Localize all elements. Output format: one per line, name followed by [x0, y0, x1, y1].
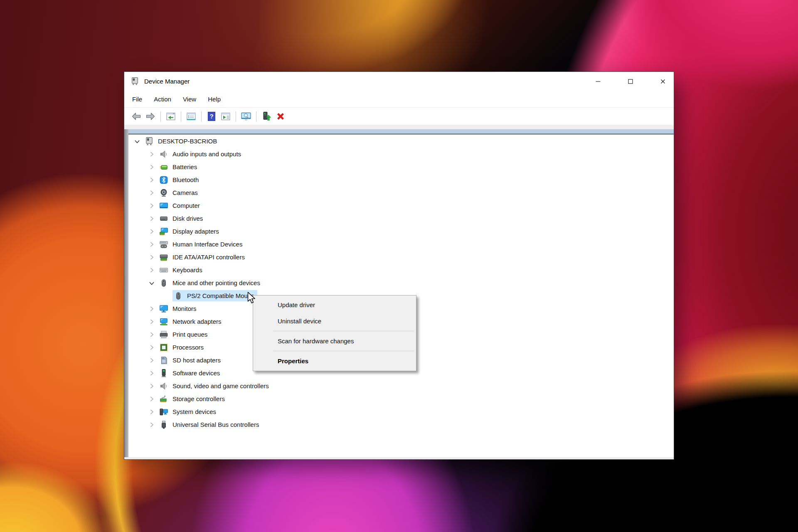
- tree-item-content[interactable]: Print queues: [158, 329, 210, 340]
- chevron-right-icon[interactable]: [148, 382, 155, 390]
- tree-item-human-interface-devices[interactable]: Human Interface Devices: [128, 238, 673, 251]
- action-pane-icon[interactable]: [220, 111, 231, 122]
- context-item-uninstall-device[interactable]: Uninstall device: [253, 313, 416, 329]
- tree-item-content[interactable]: Human Interface Devices: [158, 239, 245, 250]
- chevron-right-icon[interactable]: [148, 189, 155, 197]
- tree-item-content[interactable]: IDE ATA/ATAPI controllers: [158, 251, 248, 263]
- tree-item-label[interactable]: Software devices: [172, 369, 221, 377]
- scan-hardware-icon[interactable]: [241, 111, 251, 122]
- tree-item-computer[interactable]: Computer: [128, 199, 673, 212]
- tree-item-label[interactable]: Print queues: [172, 331, 208, 338]
- chevron-down-icon[interactable]: [133, 138, 141, 145]
- tree-item-batteries[interactable]: Batteries: [128, 160, 673, 173]
- chevron-right-icon[interactable]: [148, 395, 155, 403]
- chevron-right-icon[interactable]: [148, 331, 155, 338]
- context-item-update-driver[interactable]: Update driver: [253, 297, 416, 313]
- tree-item-content[interactable]: Keyboards: [158, 264, 205, 276]
- chevron-right-icon[interactable]: [148, 215, 155, 222]
- tree-item-content[interactable]: Mice and other pointing devices: [158, 277, 263, 288]
- tree-item-content[interactable]: Storage controllers: [158, 393, 228, 404]
- tree-item-label[interactable]: Sound, video and game controllers: [172, 382, 270, 389]
- tree-item-audio-inputs-and-outputs[interactable]: Audio inputs and outputs: [128, 148, 673, 160]
- tree-item-content[interactable]: Batteries: [158, 161, 200, 172]
- tree-item-label[interactable]: Network adapters: [172, 318, 222, 325]
- chevron-right-icon[interactable]: [148, 202, 155, 209]
- tree-item-content[interactable]: Audio inputs and outputs: [158, 148, 244, 160]
- tree-item-label[interactable]: PS/2 Compatible Mouse: [187, 292, 255, 299]
- tree-item-label[interactable]: Audio inputs and outputs: [172, 150, 242, 158]
- tree-item-label[interactable]: Processors: [172, 344, 204, 351]
- tree-item-label[interactable]: Human Interface Devices: [172, 241, 243, 248]
- tree-item-content[interactable]: Universal Serial Bus controllers: [158, 419, 262, 430]
- tree-item-content[interactable]: Computer: [158, 200, 203, 211]
- menu-help[interactable]: Help: [208, 96, 221, 103]
- tree-item-content[interactable]: DESKTOP-B3CRIOB: [143, 135, 220, 147]
- tree-item-sound-video-and-game-controllers[interactable]: Sound, video and game controllers: [128, 379, 673, 392]
- tree-item-content[interactable]: Processors: [158, 342, 207, 353]
- tree-item-label[interactable]: Keyboards: [172, 266, 203, 273]
- context-item-scan-for-hardware-changes[interactable]: Scan for hardware changes: [253, 333, 416, 349]
- chevron-right-icon[interactable]: [148, 163, 155, 171]
- context-item-properties[interactable]: Properties: [253, 353, 416, 369]
- tree-item-content[interactable]: System devices: [158, 406, 219, 417]
- tree-item-storage-controllers[interactable]: Storage controllers: [128, 392, 673, 405]
- tree-item-disk-drives[interactable]: Disk drives: [128, 212, 673, 225]
- menu-view[interactable]: View: [183, 96, 196, 103]
- tree-item-label[interactable]: Cameras: [172, 189, 199, 196]
- selected-item-highlight[interactable]: PS/2 Compatible Mouse: [172, 290, 257, 301]
- tree-item-label[interactable]: Mice and other pointing devices: [172, 279, 261, 286]
- tree-item-label[interactable]: Batteries: [172, 163, 198, 170]
- tree-item-content[interactable]: Network adapters: [158, 316, 224, 327]
- tree-item-label[interactable]: Bluetooth: [172, 176, 200, 183]
- tree-item-mice-and-other-pointing-devices[interactable]: Mice and other pointing devices: [128, 276, 673, 289]
- forward-icon[interactable]: [145, 111, 156, 122]
- tree-item-display-adapters[interactable]: Display adapters: [128, 225, 673, 238]
- minimize-button[interactable]: [587, 72, 609, 91]
- maximize-button[interactable]: [620, 72, 641, 91]
- tree-item-cameras[interactable]: Cameras: [128, 186, 673, 199]
- menu-action[interactable]: Action: [154, 96, 171, 103]
- help-icon[interactable]: ?: [206, 111, 217, 122]
- tree-item-content[interactable]: Sound, video and game controllers: [158, 380, 272, 392]
- tree-item-content[interactable]: SD host adapters: [158, 355, 224, 366]
- close-button[interactable]: [652, 72, 674, 91]
- chevron-right-icon[interactable]: [148, 150, 155, 158]
- tree-item-label[interactable]: Universal Serial Bus controllers: [172, 421, 260, 428]
- tree-item-content[interactable]: Cameras: [158, 187, 201, 198]
- tree-item-ide-ata-atapi-controllers[interactable]: IDE ATA/ATAPI controllers: [128, 251, 673, 264]
- tree-item-system-devices[interactable]: System devices: [128, 405, 673, 418]
- chevron-right-icon[interactable]: [148, 241, 155, 248]
- tree-item-label[interactable]: Storage controllers: [172, 395, 226, 402]
- chevron-right-icon[interactable]: [148, 357, 155, 364]
- chevron-down-icon[interactable]: [148, 279, 155, 287]
- tree-item-label[interactable]: DESKTOP-B3CRIOB: [158, 138, 218, 145]
- tree-item-content[interactable]: Software devices: [158, 367, 223, 379]
- update-driver-icon[interactable]: [261, 111, 272, 122]
- title-bar[interactable]: Device Manager: [124, 72, 674, 91]
- tree-item-desktop-b3criob[interactable]: DESKTOP-B3CRIOB: [128, 135, 673, 148]
- tree-item-label[interactable]: Disk drives: [172, 215, 204, 222]
- tree-item-bluetooth[interactable]: Bluetooth: [128, 173, 673, 186]
- chevron-right-icon[interactable]: [148, 176, 155, 184]
- tree-item-label[interactable]: Computer: [172, 202, 201, 209]
- chevron-right-icon[interactable]: [148, 408, 155, 416]
- chevron-right-icon[interactable]: [148, 254, 155, 261]
- chevron-right-icon[interactable]: [148, 266, 155, 274]
- console-tree-icon[interactable]: [165, 111, 176, 122]
- chevron-right-icon[interactable]: [148, 318, 155, 325]
- tree-item-label[interactable]: SD host adapters: [172, 357, 222, 364]
- menu-file[interactable]: File: [132, 96, 142, 103]
- tree-item-keyboards[interactable]: Keyboards: [128, 264, 673, 276]
- chevron-right-icon[interactable]: [148, 228, 155, 235]
- uninstall-device-icon[interactable]: [275, 111, 286, 122]
- chevron-right-icon[interactable]: [148, 369, 155, 377]
- back-icon[interactable]: [131, 111, 142, 122]
- tree-item-label[interactable]: IDE ATA/ATAPI controllers: [172, 254, 246, 261]
- tree-item-content[interactable]: Display adapters: [158, 226, 222, 237]
- tree-item-label[interactable]: Display adapters: [172, 228, 220, 235]
- tree-item-content[interactable]: Bluetooth: [158, 174, 202, 185]
- tree-item-content[interactable]: Disk drives: [158, 213, 206, 224]
- chevron-right-icon[interactable]: [148, 344, 155, 351]
- tree-item-content[interactable]: Monitors: [158, 303, 200, 314]
- tree-item-universal-serial-bus-controllers[interactable]: Universal Serial Bus controllers: [128, 418, 673, 431]
